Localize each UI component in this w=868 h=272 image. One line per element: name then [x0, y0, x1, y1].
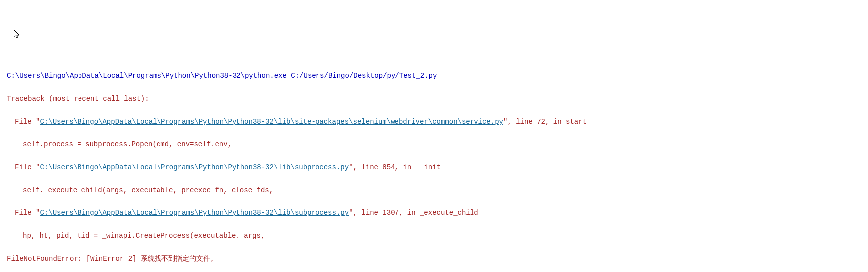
traceback-frame: File "C:\Users\Bingo\AppData\Local\Progr… [7, 116, 861, 128]
command-line: C:\Users\Bingo\AppData\Local\Programs\Py… [7, 70, 861, 82]
traceback-header: Traceback (most recent call last): [7, 93, 861, 105]
file-prefix: File " [15, 209, 40, 217]
traceback-frame: File "C:\Users\Bingo\AppData\Local\Progr… [7, 162, 861, 173]
file-path-link[interactable]: C:\Users\Bingo\AppData\Local\Programs\Py… [40, 118, 503, 126]
file-prefix: File " [15, 118, 40, 126]
cursor-icon [14, 30, 21, 40]
traceback-code: self._execute_child(args, executable, pr… [7, 185, 861, 196]
file-suffix: ", line 1307, in _execute_child [349, 209, 478, 217]
traceback-code: self.process = subprocess.Popen(cmd, env… [7, 139, 861, 150]
traceback-frame: File "C:\Users\Bingo\AppData\Local\Progr… [7, 207, 861, 219]
file-prefix: File " [15, 163, 40, 171]
error-message: FileNotFoundError: [WinError 2] 系统找不到指定的… [7, 253, 861, 265]
file-suffix: ", line 72, in start [503, 118, 587, 126]
file-path-link[interactable]: C:\Users\Bingo\AppData\Local\Programs\Py… [40, 209, 349, 217]
traceback-code: hp, ht, pid, tid = _winapi.CreateProcess… [7, 230, 861, 242]
file-suffix: ", line 854, in __init__ [349, 163, 449, 171]
file-path-link[interactable]: C:\Users\Bingo\AppData\Local\Programs\Py… [40, 163, 349, 171]
